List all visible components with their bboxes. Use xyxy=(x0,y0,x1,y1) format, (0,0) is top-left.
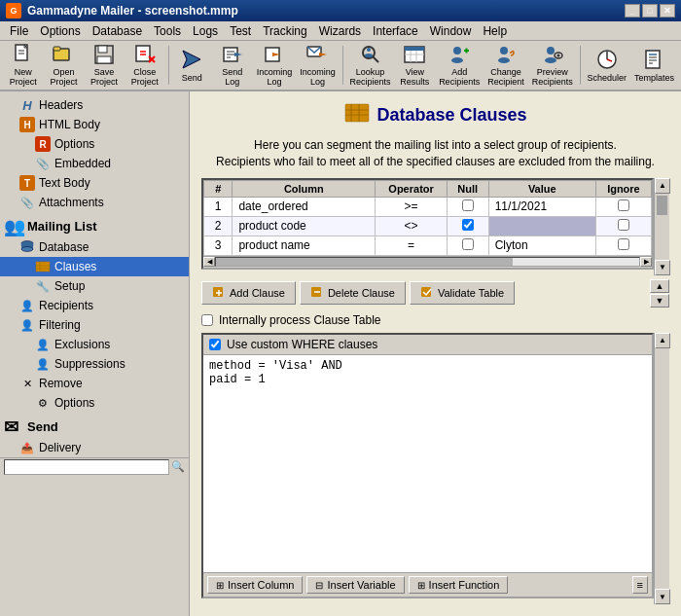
sidebar-group-mailing-list[interactable]: 👥 Mailing List xyxy=(0,212,189,237)
toolbar-incoming-log[interactable]: Incoming Log xyxy=(254,43,296,88)
where-scroll-track[interactable] xyxy=(655,348,669,589)
scroll-left-arrow[interactable]: ◀ xyxy=(203,257,215,267)
row1-operator[interactable]: >= xyxy=(376,197,447,216)
internally-process-checkbox[interactable] xyxy=(201,314,213,326)
where-scroll-up[interactable]: ▲ xyxy=(655,333,670,348)
toolbar-send[interactable]: Send xyxy=(172,43,211,88)
sidebar-item-exclusions[interactable]: 👤 Exclusions xyxy=(0,335,189,354)
toolbar-incoming-log-2[interactable]: Incoming Log xyxy=(297,43,339,88)
toolbar-send-log[interactable]: Send Log xyxy=(213,43,252,88)
insert-function-button[interactable]: ⊞ Insert Function xyxy=(409,576,509,594)
row1-value[interactable]: 11/1/2021 xyxy=(488,197,595,216)
toolbar-change-recipient[interactable]: Change Recipient xyxy=(484,43,527,88)
row3-value[interactable]: Clyton xyxy=(488,236,595,255)
toolbar-close-project[interactable]: Close Project xyxy=(125,43,164,88)
sidebar-item-setup[interactable]: 🔧 Setup xyxy=(0,276,189,296)
validate-table-button[interactable]: Validate Table xyxy=(410,281,515,305)
table-row: 3 product name = Clyton xyxy=(204,236,652,255)
toolbar-open-project-label: Open Project xyxy=(48,68,81,88)
row2-column[interactable]: product code xyxy=(233,216,376,236)
row2-null[interactable] xyxy=(447,216,488,236)
menu-logs[interactable]: Logs xyxy=(187,22,224,40)
toolbar-scheduler[interactable]: Scheduler xyxy=(584,43,629,88)
minimize-button[interactable]: _ xyxy=(625,4,640,18)
maximize-button[interactable]: □ xyxy=(642,4,658,18)
sidebar-item-delivery[interactable]: 📤 Delivery xyxy=(0,438,189,457)
h-scrollbar-track[interactable] xyxy=(215,257,640,267)
col-header-null: Null xyxy=(447,180,488,197)
where-menu-button[interactable]: ≡ xyxy=(632,576,648,594)
sidebar-item-database[interactable]: Database xyxy=(0,237,189,257)
table-scroll-up[interactable]: ▲ xyxy=(655,178,670,194)
sidebar-item-recipients[interactable]: 👤 Recipients xyxy=(0,296,189,315)
delete-clause-button[interactable]: Delete Clause xyxy=(300,281,406,305)
where-scroll-down[interactable]: ▼ xyxy=(655,589,670,604)
sidebar-item-html-body[interactable]: H HTML Body xyxy=(0,115,189,134)
sidebar-group-send[interactable]: ✉ Send xyxy=(0,413,189,438)
toolbar-lookup-recipients[interactable]: Lookup Recipients xyxy=(347,43,394,88)
h-scrollbar-thumb[interactable] xyxy=(216,258,513,266)
row1-ignore-checkbox[interactable] xyxy=(618,199,629,211)
insert-column-button[interactable]: ⊞ Insert Column xyxy=(207,576,303,594)
row2-ignore-checkbox[interactable] xyxy=(618,219,629,231)
page-content: Database Clauses Here you can segment th… xyxy=(190,91,681,616)
menu-interface[interactable]: Interface xyxy=(367,22,424,40)
menu-tools[interactable]: Tools xyxy=(148,22,187,40)
sidebar-item-options-ml[interactable]: ⚙ Options xyxy=(0,393,189,413)
row3-ignore[interactable] xyxy=(595,236,651,255)
sidebar-item-filtering[interactable]: 👤 Filtering xyxy=(0,315,189,335)
scroll-right-arrow[interactable]: ▶ xyxy=(640,257,652,267)
row3-null-checkbox[interactable] xyxy=(462,238,474,250)
table-scroll-track[interactable] xyxy=(655,194,669,260)
where-textarea[interactable]: method = 'Visa' ANDpaid = 1 xyxy=(203,355,652,572)
menu-test[interactable]: Test xyxy=(224,22,257,40)
sidebar-item-attachments[interactable]: 📎 Attachments xyxy=(0,193,189,212)
toolbar-preview-recipients-label: Preview Recipients xyxy=(532,68,573,88)
row2-operator[interactable]: <> xyxy=(376,216,447,236)
row2-null-checkbox[interactable] xyxy=(462,219,474,231)
row1-column[interactable]: date_ordered xyxy=(233,197,376,216)
menu-options[interactable]: Options xyxy=(34,22,86,40)
sidebar-send-label: Send xyxy=(27,419,58,434)
col-header-value: Value xyxy=(488,180,595,197)
toolbar-add-recipients[interactable]: Add Recipients xyxy=(436,43,483,88)
toolbar-open-project[interactable]: Open Project xyxy=(45,43,84,88)
sidebar-item-text-body[interactable]: T Text Body xyxy=(0,173,189,193)
sidebar-item-headers[interactable]: H Headers xyxy=(0,95,189,115)
toolbar-view-results[interactable]: View Results xyxy=(396,43,435,88)
row1-ignore[interactable] xyxy=(595,197,651,216)
toolbar-new-project[interactable]: New Project xyxy=(4,43,43,88)
row3-ignore-checkbox[interactable] xyxy=(618,238,629,250)
use-custom-where-checkbox[interactable] xyxy=(209,339,221,350)
sidebar-item-suppressions[interactable]: 👤 Suppressions xyxy=(0,354,189,374)
row2-ignore[interactable] xyxy=(595,216,651,236)
table-scrollbar[interactable]: ◀ ▶ xyxy=(203,256,652,268)
sidebar-item-embedded[interactable]: 📎 Embedded xyxy=(0,154,189,173)
move-up-button[interactable]: ▲ xyxy=(650,279,669,293)
sidebar-item-options[interactable]: R Options xyxy=(0,134,189,154)
sidebar-item-clauses[interactable]: Clauses xyxy=(0,257,189,276)
menu-wizards[interactable]: Wizards xyxy=(313,22,367,40)
insert-variable-button[interactable]: ⊟ Insert Variable xyxy=(306,576,404,594)
close-button[interactable]: ✕ xyxy=(660,4,675,18)
row1-null-checkbox[interactable] xyxy=(462,199,474,211)
row2-value[interactable] xyxy=(488,216,595,236)
move-down-button[interactable]: ▼ xyxy=(650,294,669,308)
menu-database[interactable]: Database xyxy=(87,22,148,40)
row1-null[interactable] xyxy=(447,197,488,216)
toolbar-save-project[interactable]: Save Project xyxy=(85,43,124,88)
row3-column[interactable]: product name xyxy=(233,236,376,255)
menu-tracking[interactable]: Tracking xyxy=(257,22,313,40)
menu-window[interactable]: Window xyxy=(424,22,478,40)
table-scroll-thumb[interactable] xyxy=(657,196,667,215)
sidebar-item-remove[interactable]: ✕ Remove xyxy=(0,374,189,393)
menu-help[interactable]: Help xyxy=(477,22,513,40)
toolbar-preview-recipients[interactable]: Preview Recipients xyxy=(529,43,576,88)
row3-null[interactable] xyxy=(447,236,488,255)
add-clause-button[interactable]: Add Clause xyxy=(201,281,296,305)
menu-file[interactable]: File xyxy=(4,22,34,40)
row3-operator[interactable]: = xyxy=(376,236,447,255)
toolbar-templates[interactable]: Templates xyxy=(631,43,677,88)
sidebar-search-input[interactable] xyxy=(4,459,169,475)
table-scroll-down[interactable]: ▼ xyxy=(655,260,670,275)
